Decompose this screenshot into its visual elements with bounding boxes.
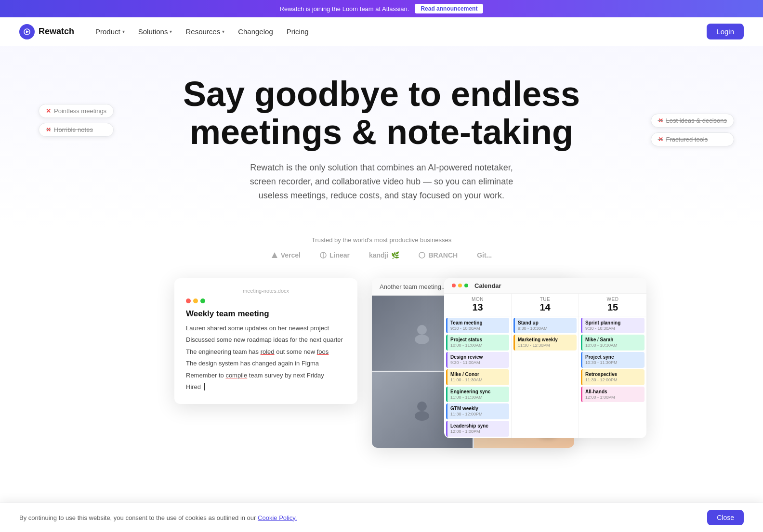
announcement-bar: Rewatch is joining the Loom team at Atla… xyxy=(0,0,763,17)
cal-event: Project sync 10:30 - 11:30PM xyxy=(581,352,645,368)
badge-group-left: ✕ Pointless meetings ✕ Horrible notes xyxy=(39,104,114,137)
traffic-lights xyxy=(186,298,346,303)
hero-subtext: Rewatch is the only solution that combin… xyxy=(237,161,526,202)
calendar-days: MON 13 Team meeting 9:30 - 10:00AM Proje… xyxy=(444,294,646,438)
trust-logos: Vercel Linear kandji 🌿 BRANCH Git... xyxy=(19,251,744,259)
trust-logo-github: Git... xyxy=(477,251,492,259)
announcement-text: Rewatch is joining the Loom team at Atla… xyxy=(280,5,409,13)
notes-filename: meeting-notes.docx xyxy=(186,288,346,294)
nav-solutions[interactable]: Solutions ▾ xyxy=(132,24,178,39)
cal-event: Team meeting 9:30 - 10:00AM xyxy=(446,318,509,334)
demo-wrapper: meeting-notes.docx Weekly team meeting L… xyxy=(117,278,646,519)
svg-point-7 xyxy=(415,335,429,344)
cal-close-light xyxy=(452,284,456,287)
read-announcement-button[interactable]: Read announcement xyxy=(415,4,483,13)
login-button[interactable]: Login xyxy=(707,24,744,39)
svg-point-6 xyxy=(417,325,427,335)
nav-changelog[interactable]: Changelog xyxy=(232,24,279,39)
cal-event: Marketing weekly 11:30 - 12:30PM xyxy=(513,335,577,350)
cal-event: Sprint planning 9:30 - 10:30AM xyxy=(581,318,645,334)
cal-event: GTM weekly 11:30 - 12:00PM xyxy=(446,403,509,419)
trust-section: Trusted by the world's most productive b… xyxy=(0,227,763,269)
notes-card-container: meeting-notes.docx Weekly team meeting L… xyxy=(174,278,357,404)
nav-links: Product ▾ Solutions ▾ Resources ▾ Change… xyxy=(90,24,707,39)
notes-line-3: The engineering team has roled out some … xyxy=(186,347,346,357)
hero-section: ✕ Pointless meetings ✕ Horrible notes ✕ … xyxy=(0,46,763,227)
cal-event: Engineering sync 11:00 - 11:30AM xyxy=(446,387,509,402)
cal-event: Project status 10:00 - 11:00AM xyxy=(446,335,509,350)
calendar-day-mon: MON 13 Team meeting 9:30 - 10:00AM Proje… xyxy=(444,294,512,438)
chevron-down-icon: ▾ xyxy=(222,29,224,34)
cal-event: Mike / Sarah 10:00 - 10:30AM xyxy=(581,335,645,350)
trust-logo-linear: Linear xyxy=(320,251,350,259)
logo-text: Rewatch xyxy=(39,26,74,37)
calendar-header: Calendar xyxy=(444,278,646,294)
svg-point-10 xyxy=(417,402,427,411)
badge-pointless-meetings: ✕ Pointless meetings xyxy=(39,104,114,118)
notes-line-5: Remember to compile team survey by next … xyxy=(186,371,346,380)
svg-point-11 xyxy=(415,411,429,421)
cal-event: Stand up 9:30 - 10:30AM xyxy=(513,318,577,334)
trust-logo-kandji: kandji 🌿 xyxy=(369,251,399,259)
cookie-text: By continuing to use this website, you c… xyxy=(19,514,297,521)
badge-group-right: ✕ Lost ideas & decisons ✕ Fractured tool… xyxy=(651,114,734,146)
cookie-close-button[interactable]: Close xyxy=(707,510,744,525)
close-traffic-light xyxy=(186,298,191,303)
badge-fractured-tools: ✕ Fractured tools xyxy=(651,132,734,146)
chevron-down-icon: ▾ xyxy=(122,29,125,34)
cal-event: Retrospective 11:30 - 12:00PM xyxy=(581,369,645,385)
badge-lost-ideas: ✕ Lost ideas & decisons xyxy=(651,114,734,128)
expand-traffic-light xyxy=(200,298,205,303)
minimize-traffic-light xyxy=(193,298,198,303)
nav-resources[interactable]: Resources ▾ xyxy=(180,24,230,39)
cal-event: Leadership sync 12:00 - 1:00PM xyxy=(446,421,509,437)
navbar: Rewatch Product ▾ Solutions ▾ Resources … xyxy=(0,17,763,46)
cal-event: All-hands 12:00 - 1:00PM xyxy=(581,387,645,402)
cal-event: Mike / Conor 11:00 - 11:30AM xyxy=(446,369,509,385)
trust-logo-branch: BRANCH xyxy=(419,251,458,259)
cookie-banner: By continuing to use this website, you c… xyxy=(0,503,763,532)
trust-logo-vercel: Vercel xyxy=(271,251,301,259)
cal-event: Design review 9:30 - 11:00AM xyxy=(446,352,509,368)
notes-line-2: Discussed some new roadmap ideas for the… xyxy=(186,335,346,345)
cookie-policy-link[interactable]: Cookie Policy. xyxy=(258,514,297,521)
calendar-title: Calendar xyxy=(474,282,501,289)
notes-line-6: Hired xyxy=(186,382,346,392)
calendar-card: Calendar MON 13 Team meeting 9:30 - 10:0… xyxy=(444,278,646,438)
svg-marker-1 xyxy=(26,30,29,33)
svg-point-5 xyxy=(419,252,425,258)
svg-marker-2 xyxy=(272,252,277,258)
notes-card: meeting-notes.docx Weekly team meeting L… xyxy=(174,278,357,404)
cal-max-light xyxy=(464,284,468,287)
calendar-day-tue: TUE 14 Stand up 9:30 - 10:30AM Marketing… xyxy=(512,294,579,438)
cal-min-light xyxy=(458,284,462,287)
chevron-down-icon: ▾ xyxy=(170,29,172,34)
notes-title: Weekly team meeting xyxy=(186,309,346,319)
notes-line-4: The design system has changed again in F… xyxy=(186,359,346,368)
notes-line-1: Lauren shared some updates on her newest… xyxy=(186,324,346,333)
trust-label: Trusted by the world's most productive b… xyxy=(19,236,744,244)
badge-horrible-notes: ✕ Horrible notes xyxy=(39,123,114,137)
logo-icon xyxy=(19,24,35,39)
nav-pricing[interactable]: Pricing xyxy=(281,24,315,39)
nav-product[interactable]: Product ▾ xyxy=(90,24,131,39)
logo-link[interactable]: Rewatch xyxy=(19,24,74,39)
hero-heading: Say goodbye to endless meetings & note-t… xyxy=(165,75,598,151)
calendar-day-wed: WED 15 Sprint planning 9:30 - 10:30AM Mi… xyxy=(579,294,646,438)
